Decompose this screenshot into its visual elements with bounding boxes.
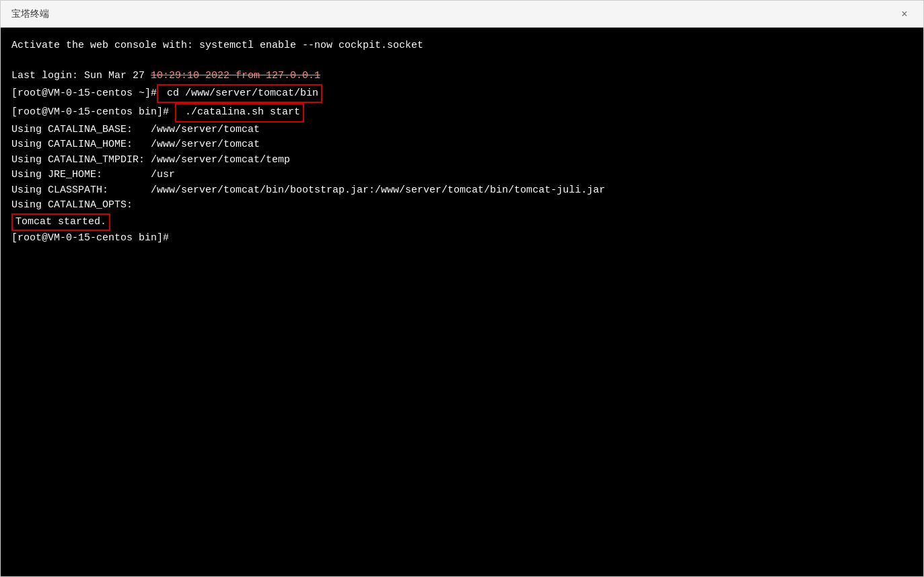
terminal-line-tmpdir: Using CATALINA_TMPDIR: /www/server/tomca… <box>11 153 913 168</box>
terminal-line-started: Tomcat started. <box>11 213 913 232</box>
terminal-line-jre: Using JRE_HOME: /usr <box>11 168 913 183</box>
terminal-line-empty <box>11 54 913 69</box>
terminal-line-lastlogin: Last login: Sun Mar 27 10:29:10 2022 fro… <box>11 69 913 84</box>
strikethrough-text: 10:29:10 2022 from 127.0.0.1 <box>151 70 320 81</box>
cmd1-highlight: cd /www/server/tomcat/bin <box>157 84 322 104</box>
terminal-line-base: Using CATALINA_BASE: /www/server/tomcat <box>11 123 913 138</box>
terminal-line-cmd1: [root@VM-0-15-centos ~]# cd /www/server/… <box>11 84 913 104</box>
terminal-line-home: Using CATALINA_HOME: /www/server/tomcat <box>11 137 913 153</box>
terminal-line-1: Activate the web console with: systemctl… <box>11 38 913 54</box>
terminal-body[interactable]: Activate the web console with: systemctl… <box>1 28 923 576</box>
window-title: 宝塔终端 <box>11 8 49 20</box>
terminal-line-opts: Using CATALINA_OPTS: <box>11 198 913 213</box>
terminal-line-cmd2: [root@VM-0-15-centos bin]# ./catalina.sh… <box>11 103 913 123</box>
close-button[interactable]: × <box>896 6 913 22</box>
terminal-line-classpath: Using CLASSPATH: /www/server/tomcat/bin/… <box>11 183 913 199</box>
titlebar: 宝塔终端 × <box>1 1 923 28</box>
terminal-window: 宝塔终端 × Activate the web console with: sy… <box>0 0 924 577</box>
terminal-line-prompt: [root@VM-0-15-centos bin]# <box>11 231 913 246</box>
cmd2-highlight: ./catalina.sh start <box>175 103 304 123</box>
tomcat-started-highlight: Tomcat started. <box>11 213 110 232</box>
